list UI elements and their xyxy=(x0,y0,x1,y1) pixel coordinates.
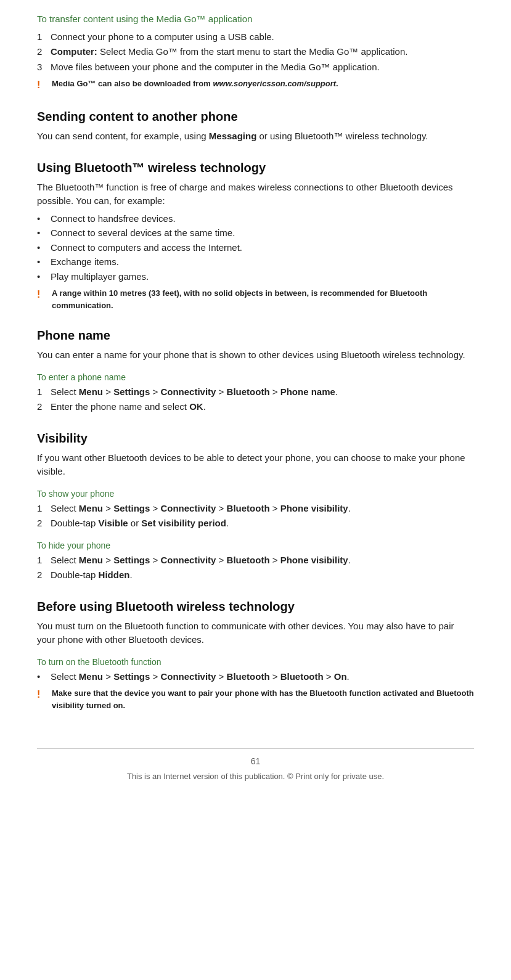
phone-name-heading: Phone name xyxy=(37,326,474,345)
bluetooth-bullets: Connect to handsfree devices. Connect to… xyxy=(37,212,474,284)
top-section-heading: To transfer content using the Media Go™ … xyxy=(37,12,474,27)
bluetooth-bullet-2: Connect to several devices at the same t… xyxy=(37,226,474,240)
page-number: 61 xyxy=(37,755,474,768)
show-phone-steps: 1 Select Menu > Settings > Connectivity … xyxy=(37,502,474,531)
turn-on-bluetooth-heading: To turn on the Bluetooth function xyxy=(37,656,474,669)
bluetooth-bullet-3: Connect to computers and access the Inte… xyxy=(37,241,474,255)
show-phone-heading: To show your phone xyxy=(37,488,474,500)
before-bluetooth-body: You must turn on the Bluetooth function … xyxy=(37,619,474,647)
footer-text: This is an Internet version of this publ… xyxy=(37,770,474,783)
bluetooth-bullet-5: Play multiplayer games. xyxy=(37,270,474,284)
visibility-heading: Visibility xyxy=(37,429,474,447)
bluetooth-body: The Bluetooth™ function is free of charg… xyxy=(37,181,474,208)
phone-name-body: You can enter a name for your phone that… xyxy=(37,348,474,362)
visibility-body: If you want other Bluetooth devices to b… xyxy=(37,451,474,479)
bluetooth-note: ! A range within 10 metres (33 feet), wi… xyxy=(37,287,474,311)
bluetooth-bullet-4: Exchange items. xyxy=(37,255,474,269)
bluetooth-on-note-icon: ! xyxy=(37,687,47,711)
bluetooth-note-icon: ! xyxy=(37,287,47,311)
transfer-step-1: 1 Connect your phone to a computer using… xyxy=(37,30,474,44)
transfer-step-3: 3 Move files between your phone and the … xyxy=(37,60,474,75)
phone-name-steps: 1 Select Menu > Settings > Connectivity … xyxy=(37,385,474,414)
note-icon: ! xyxy=(37,78,47,92)
bluetooth-on-note: ! Make sure that the device you want to … xyxy=(37,687,474,711)
bluetooth-heading: Using Bluetooth™ wireless technology xyxy=(37,158,474,177)
transfer-step-2: 2 Computer: Select Media Go™ from the st… xyxy=(37,45,474,59)
phone-name-step-1: 1 Select Menu > Settings > Connectivity … xyxy=(37,385,474,399)
sending-body: You can send content, for example, using… xyxy=(37,129,474,144)
turn-on-step: Select Menu > Settings > Connectivity > … xyxy=(37,670,474,684)
before-bluetooth-heading: Before using Bluetooth wireless technolo… xyxy=(37,597,474,616)
hide-phone-steps: 1 Select Menu > Settings > Connectivity … xyxy=(37,553,474,582)
show-step-2: 2 Double-tap Visible or Set visibility p… xyxy=(37,517,474,531)
footer: 61 This is an Internet version of this p… xyxy=(37,748,474,783)
hide-step-1: 1 Select Menu > Settings > Connectivity … xyxy=(37,553,474,568)
transfer-steps-list: 1 Connect your phone to a computer using… xyxy=(37,30,474,75)
turn-on-steps: Select Menu > Settings > Connectivity > … xyxy=(37,670,474,684)
show-step-1: 1 Select Menu > Settings > Connectivity … xyxy=(37,502,474,516)
bluetooth-bullet-1: Connect to handsfree devices. xyxy=(37,212,474,226)
enter-phone-name-heading: To enter a phone name xyxy=(37,371,474,384)
transfer-note-text: Media Go™ can also be downloaded from ww… xyxy=(52,78,338,92)
phone-name-step-2: 2 Enter the phone name and select OK. xyxy=(37,400,474,414)
hide-step-2: 2 Double-tap Hidden. xyxy=(37,568,474,582)
hide-phone-heading: To hide your phone xyxy=(37,539,474,552)
sending-heading: Sending content to another phone xyxy=(37,107,474,126)
transfer-note: ! Media Go™ can also be downloaded from … xyxy=(37,78,474,92)
